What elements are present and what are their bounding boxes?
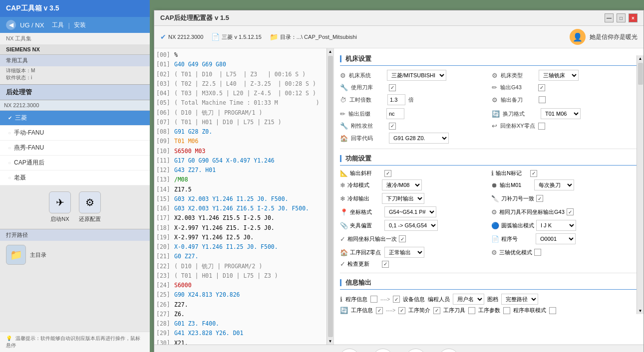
save-btn[interactable]: 💾 保存 — [438, 349, 459, 352]
output-g43-checkbox[interactable] — [538, 84, 545, 91]
output-suffix-label: 输出后缀 — [348, 110, 383, 118]
tool-comp-row: 🔪 刀补刀号一致 — [491, 193, 638, 204]
op-params-checkbox[interactable] — [503, 307, 510, 314]
section-common: 常用工具 — [0, 54, 150, 66]
undo-btn[interactable]: ↩ 撤销 — [372, 349, 393, 352]
refresh-btn[interactable]: ↻ 更新目走 — [338, 349, 360, 352]
tool-icons-area: ✈ 启动NX ⚙ 还原配置 — [0, 185, 150, 229]
version-info: 详细版本：M 软件状态：i — [0, 66, 150, 82]
code-line-5: [05] ( Total Machine Time : 01:33 M ) — [154, 98, 333, 108]
output-slash-checkbox[interactable] — [384, 170, 391, 177]
prog-info-checkbox[interactable] — [370, 296, 377, 303]
output-suffix-input[interactable] — [386, 108, 404, 119]
settings-scroll-up[interactable]: ▲ — [638, 55, 644, 62]
programmer-select[interactable]: 用户名 — [453, 294, 484, 305]
main-dir-icon: 📁 — [6, 245, 26, 265]
arc-output-select[interactable]: I J K — [536, 220, 576, 231]
section-open-path: 打开路径 — [0, 229, 150, 241]
multiplier-unit: 倍 — [408, 96, 414, 104]
back-button[interactable]: ◀ — [6, 20, 16, 30]
file-icon: 📄 — [211, 33, 220, 41]
time-multiplier-input[interactable] — [387, 94, 405, 105]
op-chain-checkbox[interactable] — [549, 307, 556, 314]
folder-icon: 📁 — [270, 33, 278, 41]
tool-launch-nx[interactable]: ✈ 启动NX — [49, 191, 71, 223]
menu-item-cap[interactable]: ○ CAP通用后 — [0, 156, 150, 171]
output-n-mark-checkbox[interactable] — [530, 170, 537, 177]
postprocess-box: 后处理管 NX 2212.3000 ✔ 三菱 ○ 手动-FANU ○ 燕秀-FA… — [0, 84, 150, 185]
output-m01-select[interactable]: 每次换刀 — [534, 179, 574, 190]
output-backup-checkbox[interactable] — [539, 96, 546, 103]
code-scroll[interactable]: [00] % [01] G40 G49 G69 G80 [02] ( T01 |… — [154, 48, 333, 345]
machine-title-text: 机床设置 — [345, 54, 371, 63]
same-coord-once-checkbox[interactable] — [399, 235, 406, 242]
op-info-checkbox[interactable] — [376, 307, 383, 314]
code-line-13: [13] /M08 — [154, 175, 333, 184]
restore-button[interactable]: □ — [617, 13, 626, 22]
menu-item-laonie[interactable]: ○ 老聂 — [0, 171, 150, 185]
rigid-tap-checkbox[interactable] — [389, 123, 396, 130]
use-tool-lib-checkbox[interactable] — [389, 84, 396, 91]
menu-list: ✔ 三菱 ○ 手动-FANU ○ 燕秀-FANU ○ CAP通用后 ○ 老聂 — [0, 111, 150, 185]
settings-scroll-down[interactable]: ▼ — [638, 308, 644, 314]
menu-item-manual[interactable]: ○ 手动-FANU — [0, 126, 150, 141]
func-settings-grid: 📐 输出斜杆 ℹ 输出N标记 ❄ 冷却模式 液冷/M08 — [340, 170, 638, 268]
menu-label-2: 燕秀-FANU — [14, 144, 44, 152]
left-header: CAP工具箱 v 3.5 — [0, 0, 150, 17]
main-dir-icon-area: 📁 主目录 — [0, 241, 150, 269]
coolant-mode-select[interactable]: 液冷/M08 — [382, 179, 422, 190]
machine-type-select[interactable]: 三轴铣床 — [539, 70, 579, 81]
coord-format-label: 坐标格式 — [350, 208, 382, 216]
reset-btn[interactable]: 🔄 重置 — [405, 349, 426, 352]
same-tool-g43-checkbox[interactable] — [567, 208, 574, 215]
tool-main-dir[interactable]: 📁 主目录 — [6, 245, 144, 265]
program-num-select[interactable]: O0001 — [536, 233, 576, 244]
machine-system-select[interactable]: 三菱/MITSUBISHI — [387, 70, 446, 81]
launch-nx-icon: ✈ — [49, 191, 71, 213]
code-line-12: [12] G43 Z27. H01 — [154, 166, 333, 175]
arrow-2: ----> — [386, 308, 395, 313]
prog-info-icon: ℹ — [340, 296, 342, 303]
tab-install[interactable]: 安装 — [74, 21, 86, 29]
coolant-output-select[interactable]: 下刀时输出 — [382, 193, 424, 204]
op-return-z-select[interactable]: 正常输出 — [384, 247, 424, 258]
menu-item-yanxiu[interactable]: ○ 燕秀-FANU — [0, 141, 150, 156]
save-icon: 💾 — [438, 349, 459, 352]
use-tool-lib-label: 使用刀库 — [351, 84, 386, 91]
output-g43-label: 输出G43 — [500, 84, 535, 91]
same-coord-once-label: 相同坐标只输出一次 — [347, 235, 397, 243]
three-axis-opt-checkbox[interactable] — [534, 249, 541, 256]
home-code-select[interactable]: G91 G28 Z0. — [389, 133, 449, 144]
minimize-button[interactable]: — — [605, 13, 614, 22]
tool-comp-checkbox[interactable] — [536, 195, 543, 202]
code-line-18: [18] X-2.997 Y1.246 Z15. I-2.5 J0. — [154, 223, 333, 233]
code-scrollbar[interactable]: ▲ ▼ — [326, 48, 333, 345]
op-brief-checkbox[interactable] — [433, 307, 440, 314]
machine-type-icon: ⚙ — [492, 72, 498, 79]
tool-restore-config[interactable]: ⚙ 还原配置 — [79, 191, 101, 223]
settings-scrollbar[interactable]: ▲ ▼ — [637, 55, 644, 314]
backup-icon: ⚙ — [492, 96, 498, 104]
scroll-up[interactable]: ▲ — [327, 48, 333, 55]
arrow-1-checkbox[interactable] — [393, 296, 400, 303]
nx-version: NX 2212.3000 — [0, 100, 150, 111]
return-xy-checkbox[interactable] — [538, 123, 545, 130]
home-code-row: 🏠 回零代码 G91 G28 Z0. — [340, 133, 638, 144]
op-return-z-label: 工序回Z零点 — [350, 249, 382, 256]
tool-change-select[interactable]: T01 M06 — [541, 108, 581, 119]
machine-settings-grid: ⚙ 机床系统 三菱/MITSUBISHI ⚙ 机床类型 三轴铣床 — [340, 70, 638, 144]
brand-label: SIEMENS NX — [0, 44, 150, 54]
code-line-1: [01] G40 G49 G69 G80 — [154, 60, 333, 69]
toolbar-dir[interactable]: 📁 目录：...\ CAP_Post_Mitsubishi — [270, 33, 357, 41]
fixture-offset-select[interactable]: 0,1 -> G54,G54 — [384, 220, 438, 231]
tab-tools[interactable]: 工具 — [52, 21, 64, 29]
menu-item-mitsubishi[interactable]: ✔ 三菱 — [0, 111, 150, 126]
drawing-select[interactable]: 完整路径 — [501, 294, 538, 305]
check-update-checkbox[interactable] — [382, 261, 389, 268]
close-button[interactable]: × — [629, 13, 638, 22]
code-line-25: [25] G90 X24.813 Y20.826 — [154, 290, 333, 300]
arrow-2-checkbox[interactable] — [398, 307, 405, 314]
scroll-down[interactable]: ▼ — [327, 338, 333, 345]
coord-format-select[interactable]: G54~G54.1 P# — [384, 206, 436, 217]
op-tool-checkbox[interactable] — [468, 307, 475, 314]
